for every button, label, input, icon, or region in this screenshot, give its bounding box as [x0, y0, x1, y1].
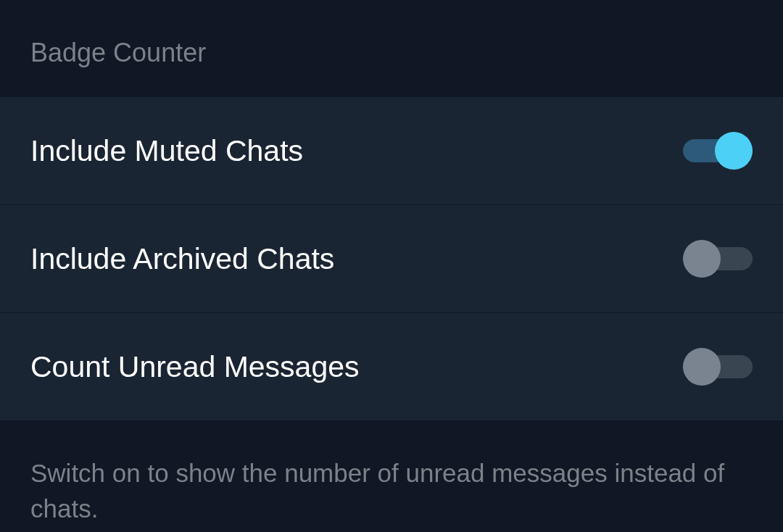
setting-label: Count Unread Messages: [30, 350, 360, 384]
section-footer-description: Switch on to show the number of unread m…: [30, 455, 753, 526]
toggle-include-archived-chats[interactable]: [683, 240, 753, 278]
toggle-thumb: [683, 348, 721, 386]
setting-row-count-unread-messages[interactable]: Count Unread Messages: [0, 313, 783, 420]
toggle-include-muted-chats[interactable]: [683, 132, 753, 170]
setting-row-include-archived-chats[interactable]: Include Archived Chats: [0, 205, 783, 313]
toggle-count-unread-messages[interactable]: [683, 348, 753, 386]
setting-label: Include Archived Chats: [30, 242, 334, 276]
toggle-thumb: [715, 132, 753, 170]
section-header: Badge Counter: [0, 0, 783, 97]
setting-label: Include Muted Chats: [30, 134, 303, 168]
settings-list: Include Muted Chats Include Archived Cha…: [0, 97, 783, 420]
setting-row-include-muted-chats[interactable]: Include Muted Chats: [0, 97, 783, 205]
toggle-thumb: [683, 240, 721, 278]
section-footer: Switch on to show the number of unread m…: [0, 420, 783, 532]
section-header-title: Badge Counter: [30, 38, 753, 68]
